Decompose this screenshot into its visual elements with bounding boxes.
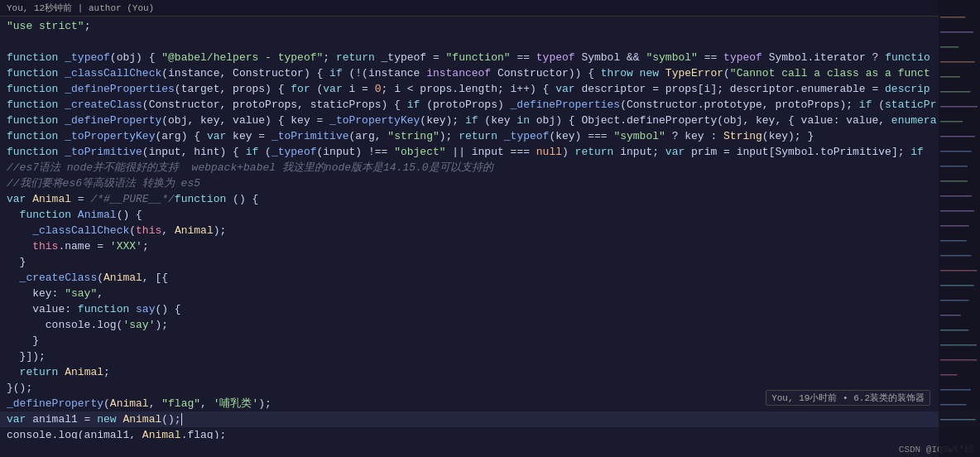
code-content: function _typeof(obj) { "@babel/helpers … — [7, 50, 973, 65]
code-content: function _createClass(Constructor, proto… — [7, 97, 973, 113]
code-content: _classCallCheck(this, Animal); — [7, 223, 973, 238]
code-content: //es7语法 node并不能很好的支持 webpack+babel 我这里的n… — [7, 160, 973, 176]
code-line: function _createClass(Constructor, proto… — [0, 97, 980, 113]
code-content: function _defineProperties(target, props… — [7, 81, 973, 97]
code-content: return Animal; — [7, 364, 973, 380]
code-content: function _toPropertyKey(arg) { var key =… — [7, 128, 973, 144]
header-bar: You, 12秒钟前 | author (You) — [0, 0, 939, 17]
code-line: "use strict"; — [0, 18, 980, 34]
code-content: function _classCallCheck(instance, Const… — [7, 65, 973, 81]
code-content: }]); — [7, 349, 973, 364]
code-content: function _toPrimitive(input, hint) { if … — [7, 144, 973, 160]
code-content: function _defineProperty(obj, key, value… — [7, 113, 973, 128]
code-line: key: "say", — [0, 286, 980, 301]
code-line: //es7语法 node并不能很好的支持 webpack+babel 我这里的n… — [0, 160, 980, 176]
code-content: value: function say() { — [7, 301, 973, 317]
code-line: //我们要将es6等高级语法 转换为 es5 — [0, 176, 980, 191]
code-content: "use strict"; — [7, 18, 973, 34]
code-content — [7, 34, 973, 50]
minimap[interactable] — [939, 0, 980, 457]
code-line: function _defineProperty(obj, key, value… — [0, 113, 980, 128]
code-line: } — [0, 333, 980, 349]
code-line: function _toPrimitive(input, hint) { if … — [0, 144, 980, 160]
code-line: var animal1 = new Animal(); — [0, 411, 980, 427]
tooltip-text: You, 19小时前 • 6.2装类的装饰器 — [771, 393, 925, 403]
code-line: console.log(animal1, Animal.flag); — [0, 427, 980, 439]
code-content: console.log(animal1, Animal.flag); — [7, 427, 973, 439]
code-line: }]); — [0, 349, 980, 364]
code-line: function Animal() { — [0, 207, 980, 223]
code-line: } — [0, 254, 980, 270]
code-line — [0, 34, 980, 50]
code-line: _classCallCheck(this, Animal); — [0, 223, 980, 238]
code-content: _createClass(Animal, [{ — [7, 270, 973, 286]
code-line: return Animal; — [0, 364, 980, 380]
code-content: //我们要将es6等高级语法 转换为 es5 — [7, 176, 973, 191]
code-line: value: function say() { — [0, 301, 980, 317]
header-text: You, 12秒钟前 | author (You) — [7, 3, 154, 13]
code-line: function _classCallCheck(instance, Const… — [0, 65, 980, 81]
code-content: this.name = 'XXX'; — [7, 238, 973, 254]
git-tooltip: You, 19小时前 • 6.2装类的装饰器 — [766, 390, 930, 406]
code-line: var Animal = /*#__PURE__*/function () { — [0, 191, 980, 207]
code-editor: You, 12秒钟前 | author (You) "use strict"; … — [0, 0, 980, 457]
code-line: console.log('say'); — [0, 317, 980, 333]
code-line: function _defineProperties(target, props… — [0, 81, 980, 97]
code-line: this.name = 'XXX'; — [0, 238, 980, 254]
code-content: console.log('say'); — [7, 317, 973, 333]
code-line: _createClass(Animal, [{ — [0, 270, 980, 286]
code-content: } — [7, 333, 973, 349]
code-line: function _typeof(obj) { "@babel/helpers … — [0, 50, 980, 65]
code-content: var Animal = /*#__PURE__*/function () { — [7, 191, 973, 207]
code-line: function _toPropertyKey(arg) { var key =… — [0, 128, 980, 144]
code-content: var animal1 = new Animal(); — [7, 411, 973, 427]
code-content: function Animal() { — [7, 207, 973, 223]
code-content: } — [7, 254, 973, 270]
code-content: key: "say", — [7, 286, 973, 301]
